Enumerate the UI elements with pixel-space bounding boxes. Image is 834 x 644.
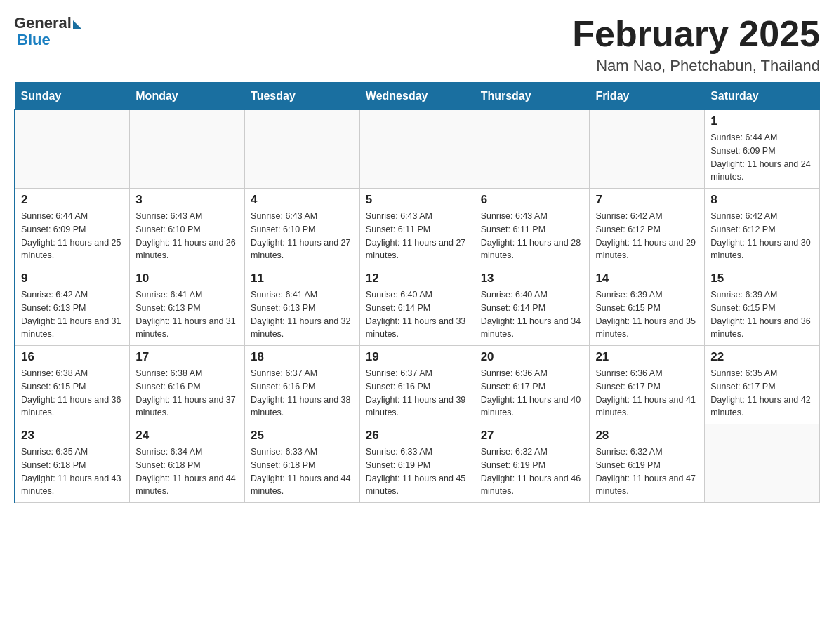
day-info: Sunrise: 6:41 AM Sunset: 6:13 PM Dayligh… bbox=[135, 288, 239, 341]
day-number: 15 bbox=[710, 271, 814, 286]
day-info: Sunrise: 6:38 AM Sunset: 6:16 PM Dayligh… bbox=[135, 367, 239, 420]
calendar-cell: 27Sunrise: 6:32 AM Sunset: 6:19 PM Dayli… bbox=[475, 424, 590, 503]
week-row-4: 23Sunrise: 6:35 AM Sunset: 6:18 PM Dayli… bbox=[15, 424, 820, 503]
day-number: 6 bbox=[481, 193, 584, 207]
day-info: Sunrise: 6:40 AM Sunset: 6:14 PM Dayligh… bbox=[366, 288, 469, 341]
calendar-cell: 24Sunrise: 6:34 AM Sunset: 6:18 PM Dayli… bbox=[130, 424, 245, 503]
calendar-cell bbox=[475, 110, 590, 189]
day-number: 4 bbox=[251, 193, 354, 207]
calendar-cell: 15Sunrise: 6:39 AM Sunset: 6:15 PM Dayli… bbox=[705, 267, 820, 346]
calendar-cell: 7Sunrise: 6:42 AM Sunset: 6:12 PM Daylig… bbox=[590, 189, 705, 267]
day-info: Sunrise: 6:40 AM Sunset: 6:14 PM Dayligh… bbox=[481, 288, 584, 341]
day-number: 2 bbox=[21, 193, 124, 207]
day-number: 27 bbox=[481, 429, 584, 443]
header-row: SundayMondayTuesdayWednesdayThursdayFrid… bbox=[15, 83, 820, 110]
calendar-cell: 14Sunrise: 6:39 AM Sunset: 6:15 PM Dayli… bbox=[590, 267, 705, 346]
day-header-thursday: Thursday bbox=[475, 83, 590, 110]
day-info: Sunrise: 6:44 AM Sunset: 6:09 PM Dayligh… bbox=[21, 210, 124, 262]
day-header-wednesday: Wednesday bbox=[359, 83, 475, 110]
day-info: Sunrise: 6:42 AM Sunset: 6:12 PM Dayligh… bbox=[710, 210, 814, 262]
calendar-cell bbox=[705, 424, 820, 503]
calendar-cell: 6Sunrise: 6:43 AM Sunset: 6:11 PM Daylig… bbox=[475, 189, 590, 267]
day-info: Sunrise: 6:35 AM Sunset: 6:18 PM Dayligh… bbox=[21, 445, 124, 498]
logo-general-text: General bbox=[14, 14, 72, 32]
week-row-2: 9Sunrise: 6:42 AM Sunset: 6:13 PM Daylig… bbox=[15, 267, 820, 346]
calendar-cell bbox=[15, 110, 130, 189]
day-info: Sunrise: 6:32 AM Sunset: 6:19 PM Dayligh… bbox=[595, 445, 699, 498]
day-number: 1 bbox=[710, 114, 814, 128]
day-number: 9 bbox=[21, 271, 124, 286]
calendar-cell: 16Sunrise: 6:38 AM Sunset: 6:15 PM Dayli… bbox=[15, 346, 130, 424]
day-info: Sunrise: 6:36 AM Sunset: 6:17 PM Dayligh… bbox=[481, 367, 584, 420]
day-info: Sunrise: 6:39 AM Sunset: 6:15 PM Dayligh… bbox=[710, 288, 814, 341]
day-number: 28 bbox=[595, 429, 699, 443]
calendar-cell: 28Sunrise: 6:32 AM Sunset: 6:19 PM Dayli… bbox=[590, 424, 705, 503]
calendar-header: SundayMondayTuesdayWednesdayThursdayFrid… bbox=[15, 83, 820, 110]
day-info: Sunrise: 6:42 AM Sunset: 6:12 PM Dayligh… bbox=[595, 210, 699, 262]
logo-arrow-icon bbox=[73, 20, 81, 29]
day-info: Sunrise: 6:33 AM Sunset: 6:18 PM Dayligh… bbox=[251, 445, 354, 498]
day-info: Sunrise: 6:35 AM Sunset: 6:17 PM Dayligh… bbox=[710, 367, 814, 420]
calendar-body: 1Sunrise: 6:44 AM Sunset: 6:09 PM Daylig… bbox=[15, 110, 820, 503]
calendar-cell: 20Sunrise: 6:36 AM Sunset: 6:17 PM Dayli… bbox=[475, 346, 590, 424]
day-info: Sunrise: 6:32 AM Sunset: 6:19 PM Dayligh… bbox=[481, 445, 584, 498]
day-number: 25 bbox=[251, 429, 354, 443]
day-number: 19 bbox=[366, 350, 469, 364]
day-header-monday: Monday bbox=[130, 83, 245, 110]
logo: General Blue bbox=[14, 14, 81, 49]
day-info: Sunrise: 6:33 AM Sunset: 6:19 PM Dayligh… bbox=[366, 445, 469, 498]
day-number: 18 bbox=[251, 350, 354, 364]
day-info: Sunrise: 6:41 AM Sunset: 6:13 PM Dayligh… bbox=[251, 288, 354, 341]
calendar-cell: 26Sunrise: 6:33 AM Sunset: 6:19 PM Dayli… bbox=[359, 424, 475, 503]
day-info: Sunrise: 6:44 AM Sunset: 6:09 PM Dayligh… bbox=[710, 131, 814, 184]
day-number: 22 bbox=[710, 350, 814, 364]
day-number: 12 bbox=[366, 271, 469, 286]
day-number: 24 bbox=[135, 429, 239, 443]
day-header-saturday: Saturday bbox=[705, 83, 820, 110]
calendar-cell: 12Sunrise: 6:40 AM Sunset: 6:14 PM Dayli… bbox=[359, 267, 475, 346]
day-number: 13 bbox=[481, 271, 584, 286]
calendar-cell: 5Sunrise: 6:43 AM Sunset: 6:11 PM Daylig… bbox=[359, 189, 475, 267]
day-number: 17 bbox=[135, 350, 239, 364]
day-number: 23 bbox=[21, 429, 124, 443]
day-info: Sunrise: 6:39 AM Sunset: 6:15 PM Dayligh… bbox=[595, 288, 699, 341]
day-info: Sunrise: 6:43 AM Sunset: 6:11 PM Dayligh… bbox=[481, 210, 584, 262]
day-info: Sunrise: 6:43 AM Sunset: 6:11 PM Dayligh… bbox=[366, 210, 469, 262]
page-header: General Blue February 2025 Nam Nao, Phet… bbox=[14, 14, 820, 75]
day-info: Sunrise: 6:34 AM Sunset: 6:18 PM Dayligh… bbox=[135, 445, 239, 498]
calendar-cell: 11Sunrise: 6:41 AM Sunset: 6:13 PM Dayli… bbox=[245, 267, 360, 346]
day-info: Sunrise: 6:43 AM Sunset: 6:10 PM Dayligh… bbox=[135, 210, 239, 262]
week-row-0: 1Sunrise: 6:44 AM Sunset: 6:09 PM Daylig… bbox=[15, 110, 820, 189]
day-info: Sunrise: 6:38 AM Sunset: 6:15 PM Dayligh… bbox=[21, 367, 124, 420]
day-header-tuesday: Tuesday bbox=[245, 83, 360, 110]
day-number: 3 bbox=[135, 193, 239, 207]
day-number: 11 bbox=[251, 271, 354, 286]
calendar-cell: 2Sunrise: 6:44 AM Sunset: 6:09 PM Daylig… bbox=[15, 189, 130, 267]
calendar-cell: 21Sunrise: 6:36 AM Sunset: 6:17 PM Dayli… bbox=[590, 346, 705, 424]
day-number: 14 bbox=[595, 271, 699, 286]
calendar-cell: 4Sunrise: 6:43 AM Sunset: 6:10 PM Daylig… bbox=[245, 189, 360, 267]
calendar-cell bbox=[359, 110, 475, 189]
day-number: 5 bbox=[366, 193, 469, 207]
day-number: 26 bbox=[366, 429, 469, 443]
calendar-cell: 3Sunrise: 6:43 AM Sunset: 6:10 PM Daylig… bbox=[130, 189, 245, 267]
week-row-3: 16Sunrise: 6:38 AM Sunset: 6:15 PM Dayli… bbox=[15, 346, 820, 424]
calendar-cell: 1Sunrise: 6:44 AM Sunset: 6:09 PM Daylig… bbox=[705, 110, 820, 189]
day-info: Sunrise: 6:37 AM Sunset: 6:16 PM Dayligh… bbox=[366, 367, 469, 420]
day-info: Sunrise: 6:37 AM Sunset: 6:16 PM Dayligh… bbox=[251, 367, 354, 420]
calendar-cell: 10Sunrise: 6:41 AM Sunset: 6:13 PM Dayli… bbox=[130, 267, 245, 346]
calendar-table: SundayMondayTuesdayWednesdayThursdayFrid… bbox=[14, 82, 820, 503]
calendar-cell bbox=[590, 110, 705, 189]
day-number: 16 bbox=[21, 350, 124, 364]
week-row-1: 2Sunrise: 6:44 AM Sunset: 6:09 PM Daylig… bbox=[15, 189, 820, 267]
calendar-cell: 19Sunrise: 6:37 AM Sunset: 6:16 PM Dayli… bbox=[359, 346, 475, 424]
calendar-cell: 17Sunrise: 6:38 AM Sunset: 6:16 PM Dayli… bbox=[130, 346, 245, 424]
calendar-cell: 18Sunrise: 6:37 AM Sunset: 6:16 PM Dayli… bbox=[245, 346, 360, 424]
calendar-cell: 23Sunrise: 6:35 AM Sunset: 6:18 PM Dayli… bbox=[15, 424, 130, 503]
day-header-friday: Friday bbox=[590, 83, 705, 110]
month-title: February 2025 bbox=[572, 14, 820, 54]
calendar-cell bbox=[245, 110, 360, 189]
day-info: Sunrise: 6:43 AM Sunset: 6:10 PM Dayligh… bbox=[251, 210, 354, 262]
calendar-cell: 9Sunrise: 6:42 AM Sunset: 6:13 PM Daylig… bbox=[15, 267, 130, 346]
calendar-cell: 25Sunrise: 6:33 AM Sunset: 6:18 PM Dayli… bbox=[245, 424, 360, 503]
